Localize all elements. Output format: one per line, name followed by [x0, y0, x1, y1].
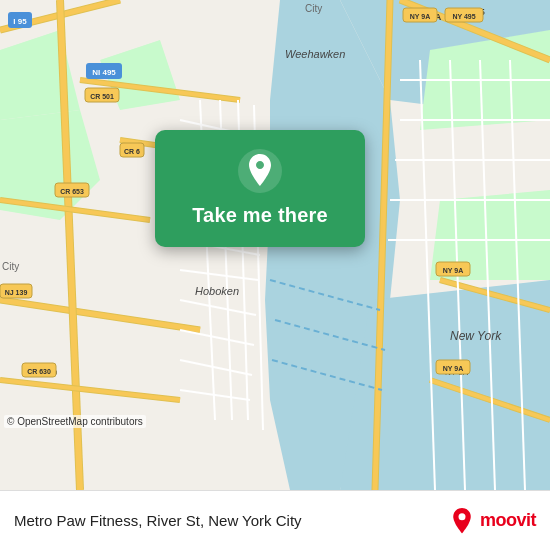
osm-attribution: © OpenStreetMap contributors [4, 415, 146, 428]
svg-text:NY 9A: NY 9A [443, 267, 464, 274]
svg-point-96 [458, 513, 465, 520]
map-container: I 95 NI 495 CR 501 CR 653 CR 6 NJ 139 CR… [0, 0, 550, 490]
svg-text:Weehawken: Weehawken [285, 48, 345, 60]
moovit-brand-text: moovit [480, 510, 536, 531]
svg-text:NY 9A: NY 9A [443, 365, 464, 372]
popup-card: Take me there [155, 130, 365, 247]
location-text: Metro Paw Fitness, River St, New York Ci… [14, 512, 448, 529]
svg-text:New York: New York [450, 329, 502, 343]
svg-text:I 95: I 95 [13, 17, 27, 26]
moovit-pin-icon [448, 507, 476, 535]
svg-text:City: City [305, 3, 322, 14]
svg-text:CR 6: CR 6 [124, 148, 140, 155]
svg-text:City: City [2, 261, 19, 272]
svg-text:NY 495: NY 495 [452, 13, 475, 20]
svg-text:CR 630: CR 630 [27, 368, 51, 375]
svg-text:NJ 139: NJ 139 [5, 289, 28, 296]
svg-text:NI 495: NI 495 [92, 68, 116, 77]
svg-text:CR 501: CR 501 [90, 93, 114, 100]
moovit-logo: moovit [448, 507, 536, 535]
take-me-there-button[interactable]: Take me there [192, 204, 328, 227]
svg-text:NY 9A: NY 9A [410, 13, 431, 20]
svg-text:CR 653: CR 653 [60, 188, 84, 195]
bottom-bar: Metro Paw Fitness, River St, New York Ci… [0, 490, 550, 550]
location-pin-icon [237, 148, 283, 194]
svg-text:Hoboken: Hoboken [195, 285, 239, 297]
